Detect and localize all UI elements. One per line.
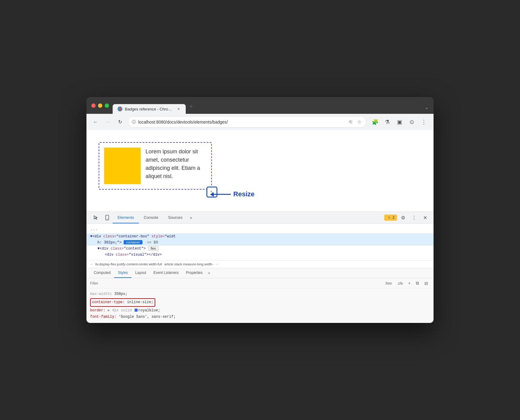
dom-row-container[interactable]: ▼<div class="container-box" style="widt [86,233,434,240]
dom-row-visual[interactable]: <div class="visual"></div> [86,252,434,258]
address-bar: ← → ↻ ⓘ localhost:8080/docs/devtools/ele… [86,114,434,130]
dom-row-container-2[interactable]: h: 302px;"> container == $0 [86,240,434,246]
filter-input[interactable] [90,281,381,285]
dom-content-1: ▼<div class="container-box" style="widt [90,234,176,239]
url-text: localhost:8080/docs/devtools/elements/ba… [138,120,346,124]
tab-properties[interactable]: Properties [182,268,206,278]
breadcrumb-part-1[interactable]: liv.display-flex.justify-content-center.… [95,262,162,266]
resize-label: Resize [233,190,255,198]
styles-tabs: Computed Styles Layout Event Listeners P… [86,268,434,278]
container-badge: container [124,240,142,244]
forward-button[interactable]: → [104,118,112,126]
maximize-traffic-light[interactable] [105,103,109,108]
container-type-highlight: container-type: inline-size; [90,298,155,307]
devtools-right-actions: ⚠️ 2 ⚙ ⋮ ✕ [384,213,430,222]
filter-actions: :hov .cls + ⧉ ⊟ [383,280,430,286]
dom-row-content[interactable]: ▼<div class="content"> flex [86,246,434,252]
css-line-container-type[interactable]: container-type: inline-size; [90,298,430,307]
tab-favicon [118,107,122,111]
breadcrumb-bar: ··· liv.display-flex.justify-content-cen… [86,261,434,268]
sidebar-icon[interactable]: ▣ [395,117,404,127]
settings-button[interactable]: ⚙ [398,213,408,222]
tab-computed[interactable]: Computed [90,268,114,278]
bookmark-icon[interactable]: ☆ [356,118,363,125]
title-bar: Badges reference - Chrome De ✕ + ⌄ [86,97,434,114]
color-swatch-royalblue [135,309,138,312]
devtools-tab-elements[interactable]: Elements [113,212,139,223]
demo-container: Lorem ipsum dolor sit amet, consectetur … [99,142,212,190]
lorem-text: Lorem ipsum dolor sit amet, consectetur … [146,148,206,180]
active-tab[interactable]: Badges reference - Chrome De ✕ [113,104,186,114]
devtools-tab-sources[interactable]: Sources [163,212,188,223]
devtools-tab-more[interactable]: » [188,212,195,223]
flex-badge: flex [148,246,159,251]
lock-icon: ⓘ [132,119,136,125]
tab-title: Badges reference - Chrome De [125,107,174,111]
add-style-rule-button[interactable]: + [406,281,412,286]
dollar-zero: == $0 [147,240,158,245]
content-area: Lorem ipsum dolor sit amet, consectetur … [86,130,434,212]
share-icon[interactable]: ⎋ [348,118,353,125]
dom-content-4: <div class="visual"></div> [105,253,162,257]
css-property-container-type: container-type [92,300,123,304]
devtools-more-button[interactable]: ⋮ [409,213,419,222]
css-rules: max-width: 350px; container-type: inline… [86,289,434,323]
breadcrumb-trailing-dots: ··· [216,262,219,266]
url-bar[interactable]: ⓘ localhost:8080/docs/devtools/elements/… [128,116,367,128]
filter-bar: :hov .cls + ⧉ ⊟ [86,278,434,289]
devtools-tab-console[interactable]: Console [139,212,163,223]
styles-tab-more[interactable]: » [206,268,212,278]
css-colon: : inline-size; [123,300,153,304]
breadcrumb-leading-dots: ··· [90,262,93,266]
warning-badge[interactable]: ⚠️ 2 [384,215,397,221]
yellow-box [104,148,141,184]
dom-content-2: h: 302px;"> container == $0 [97,240,158,245]
browser-window: Badges reference - Chrome De ✕ + ⌄ ← → ↻… [86,97,434,323]
hov-button[interactable]: :hov [383,281,394,286]
cls-button[interactable]: .cls [395,281,405,286]
tab-layout[interactable]: Layout [132,268,150,278]
profile-icon[interactable]: ⊙ [407,117,416,127]
dom-content-3: ▼<div class="content"> flex [97,247,159,251]
warning-count: 2 [392,215,395,220]
breadcrumb-part-2[interactable]: article.stack.measure-long.width- [164,262,213,266]
back-button[interactable]: ← [91,118,100,126]
traffic-lights [91,103,109,111]
extension-icon[interactable]: 🧩 [370,117,380,127]
css-line-max-width: max-width: 350px; [90,291,430,298]
devtools-panel: Elements Console Sources » ⚠️ 2 ⚙ ⋮ ✕ ··… [86,212,434,323]
device-toggle-button[interactable] [102,212,113,223]
inspect-element-button[interactable] [90,212,102,223]
dom-tree: ··· ▼<div class="container-box" style="w… [86,224,434,261]
tab-close-button[interactable]: ✕ [176,107,181,111]
warning-icon: ⚠️ [387,215,391,220]
arrow-head [210,192,214,197]
tabs-area: Badges reference - Chrome De ✕ + ⌄ [113,101,429,114]
toolbar-actions: 🧩 ⚗ ▣ ⊙ ⋮ [370,117,429,127]
tab-styles[interactable]: Styles [114,268,132,278]
devtools-toolbar: Elements Console Sources » ⚠️ 2 ⚙ ⋮ ✕ [86,212,434,224]
new-tab-button[interactable]: + [186,101,197,114]
url-actions: ⎋ ☆ [348,118,363,125]
tab-overflow-button[interactable]: ⌄ [425,104,429,114]
close-traffic-light[interactable] [91,103,96,108]
reload-button[interactable]: ↻ [116,118,124,126]
more-menu-button[interactable]: ⋮ [419,117,429,127]
minimize-traffic-light[interactable] [98,103,102,108]
flask-icon[interactable]: ⚗ [382,117,392,127]
dom-ellipsis: ··· [86,226,434,233]
copy-styles-button[interactable]: ⧉ [414,280,421,286]
resize-arrow-line [213,194,231,195]
css-line-font-family: font-family: 'Google Sans', sans-serif; [90,314,430,320]
css-line-border: border: ▶ 4px solid royalblue; [90,307,430,314]
sidebar-pane-button[interactable]: ⊟ [423,280,430,286]
devtools-close-button[interactable]: ✕ [420,213,430,222]
tab-event-listeners[interactable]: Event Listeners [150,268,182,278]
svg-point-4 [107,219,107,219]
